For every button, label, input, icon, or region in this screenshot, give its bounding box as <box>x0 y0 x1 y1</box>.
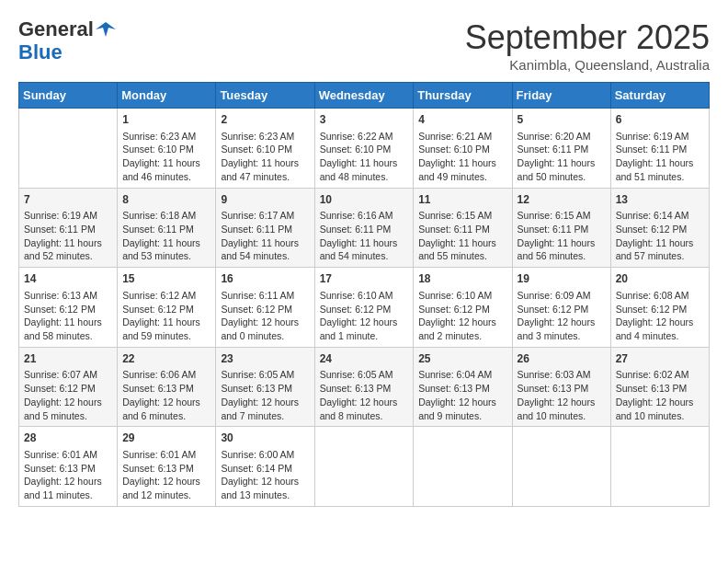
calendar-week-1: 1Sunrise: 6:23 AMSunset: 6:10 PMDaylight… <box>19 109 710 189</box>
logo-blue: Blue <box>18 40 63 63</box>
day-info: Daylight: 12 hours <box>616 396 704 409</box>
day-info: and 9 minutes. <box>418 409 506 423</box>
weekday-header-wednesday: Wednesday <box>314 83 414 109</box>
day-number: 16 <box>221 271 309 287</box>
logo: General Blue <box>18 18 116 63</box>
day-info: Sunset: 6:11 PM <box>418 223 506 236</box>
day-info: Sunrise: 6:18 AM <box>122 209 210 223</box>
day-number: 24 <box>320 351 409 367</box>
day-info: Sunrise: 6:07 AM <box>24 368 112 382</box>
day-info: and 56 minutes. <box>518 249 606 263</box>
calendar-cell: 21Sunrise: 6:07 AMSunset: 6:12 PMDayligh… <box>19 347 118 427</box>
day-info: and 52 minutes. <box>24 249 112 263</box>
calendar-cell: 6Sunrise: 6:19 AMSunset: 6:11 PMDaylight… <box>610 109 709 189</box>
day-info: Sunset: 6:13 PM <box>518 382 606 396</box>
day-info: and 47 minutes. <box>221 170 309 184</box>
day-number: 25 <box>418 351 506 367</box>
day-info: Sunset: 6:12 PM <box>24 303 112 316</box>
calendar-cell: 2Sunrise: 6:23 AMSunset: 6:10 PMDaylight… <box>216 109 314 189</box>
day-info: and 7 minutes. <box>221 409 309 423</box>
day-info: Sunset: 6:13 PM <box>122 382 210 396</box>
day-number: 14 <box>24 271 112 287</box>
day-info: and 10 minutes. <box>616 409 704 423</box>
day-info: Sunset: 6:12 PM <box>320 303 409 316</box>
day-info: Sunrise: 6:14 AM <box>616 209 704 223</box>
day-info: Sunrise: 6:15 AM <box>418 209 506 223</box>
calendar-cell: 27Sunrise: 6:02 AMSunset: 6:13 PMDayligh… <box>610 347 709 427</box>
calendar-cell: 8Sunrise: 6:18 AMSunset: 6:11 PMDaylight… <box>118 188 216 268</box>
calendar-cell: 10Sunrise: 6:16 AMSunset: 6:11 PMDayligh… <box>314 188 414 268</box>
day-info: Daylight: 12 hours <box>616 316 704 329</box>
day-number: 18 <box>418 271 506 287</box>
day-number: 6 <box>616 112 704 128</box>
day-info: Sunset: 6:12 PM <box>221 303 309 316</box>
calendar-cell <box>414 427 512 507</box>
calendar-cell: 30Sunrise: 6:00 AMSunset: 6:14 PMDayligh… <box>216 427 314 507</box>
day-info: Daylight: 11 hours <box>616 236 704 250</box>
day-info: Sunrise: 6:21 AM <box>418 130 506 144</box>
day-info: Sunrise: 6:11 AM <box>221 289 309 303</box>
day-number: 8 <box>122 192 210 208</box>
day-info: Daylight: 11 hours <box>221 236 309 250</box>
day-info: Sunset: 6:11 PM <box>616 143 704 156</box>
day-info: and 4 minutes. <box>616 329 704 343</box>
day-info: Daylight: 11 hours <box>122 316 210 329</box>
day-info: Sunset: 6:14 PM <box>221 462 309 476</box>
day-info: Sunset: 6:11 PM <box>24 223 112 236</box>
weekday-header-row: SundayMondayTuesdayWednesdayThursdayFrid… <box>19 83 710 109</box>
day-info: Sunrise: 6:10 AM <box>418 289 506 303</box>
calendar-cell <box>314 427 414 507</box>
day-info: Sunrise: 6:17 AM <box>221 209 309 223</box>
day-info: Sunset: 6:10 PM <box>320 143 409 156</box>
calendar-cell: 15Sunrise: 6:12 AMSunset: 6:12 PMDayligh… <box>118 268 216 348</box>
day-info: Daylight: 11 hours <box>418 156 506 170</box>
day-info: and 0 minutes. <box>221 329 309 343</box>
calendar-cell: 3Sunrise: 6:22 AMSunset: 6:10 PMDaylight… <box>314 109 414 189</box>
day-info: Daylight: 12 hours <box>418 396 506 409</box>
day-info: and 13 minutes. <box>221 488 309 502</box>
calendar-cell: 5Sunrise: 6:20 AMSunset: 6:11 PMDaylight… <box>512 109 610 189</box>
calendar-cell: 19Sunrise: 6:09 AMSunset: 6:12 PMDayligh… <box>512 268 610 348</box>
day-info: Sunrise: 6:01 AM <box>24 448 112 462</box>
weekday-header-friday: Friday <box>512 83 610 109</box>
day-info: and 49 minutes. <box>418 170 506 184</box>
day-info: and 3 minutes. <box>518 329 606 343</box>
day-info: Daylight: 12 hours <box>518 396 606 409</box>
calendar-cell: 11Sunrise: 6:15 AMSunset: 6:11 PMDayligh… <box>414 188 512 268</box>
day-info: Sunrise: 6:15 AM <box>518 209 606 223</box>
day-info: and 50 minutes. <box>518 170 606 184</box>
day-info: and 54 minutes. <box>320 249 409 263</box>
day-info: Daylight: 11 hours <box>221 156 309 170</box>
day-number: 19 <box>518 271 606 287</box>
day-number: 2 <box>221 112 309 128</box>
day-info: Sunset: 6:13 PM <box>24 462 112 476</box>
day-info: Sunrise: 6:13 AM <box>24 289 112 303</box>
calendar-table: SundayMondayTuesdayWednesdayThursdayFrid… <box>18 82 710 507</box>
day-number: 29 <box>122 431 210 446</box>
day-info: Sunset: 6:10 PM <box>122 143 210 156</box>
calendar-week-5: 28Sunrise: 6:01 AMSunset: 6:13 PMDayligh… <box>19 427 710 507</box>
day-info: Sunset: 6:13 PM <box>122 462 210 476</box>
day-info: Daylight: 11 hours <box>24 316 112 329</box>
day-info: Daylight: 12 hours <box>122 396 210 409</box>
calendar-cell <box>19 109 118 189</box>
day-info: Sunset: 6:10 PM <box>418 143 506 156</box>
day-number: 23 <box>221 351 309 367</box>
day-info: Sunset: 6:12 PM <box>418 303 506 316</box>
day-info: Sunset: 6:13 PM <box>221 382 309 396</box>
day-info: Sunset: 6:13 PM <box>320 382 409 396</box>
calendar-cell: 7Sunrise: 6:19 AMSunset: 6:11 PMDaylight… <box>19 188 118 268</box>
day-info: Sunset: 6:11 PM <box>320 223 409 236</box>
day-info: Daylight: 12 hours <box>221 316 309 329</box>
day-info: Sunset: 6:12 PM <box>518 303 606 316</box>
calendar-week-4: 21Sunrise: 6:07 AMSunset: 6:12 PMDayligh… <box>19 347 710 427</box>
day-info: Sunset: 6:11 PM <box>518 143 606 156</box>
day-number: 4 <box>418 112 506 128</box>
calendar-cell: 23Sunrise: 6:05 AMSunset: 6:13 PMDayligh… <box>216 347 314 427</box>
day-number: 3 <box>320 112 409 128</box>
day-info: and 58 minutes. <box>24 329 112 343</box>
day-info: Daylight: 11 hours <box>122 156 210 170</box>
day-info: Daylight: 11 hours <box>518 236 606 250</box>
day-info: Sunrise: 6:10 AM <box>320 289 409 303</box>
day-number: 17 <box>320 271 409 287</box>
